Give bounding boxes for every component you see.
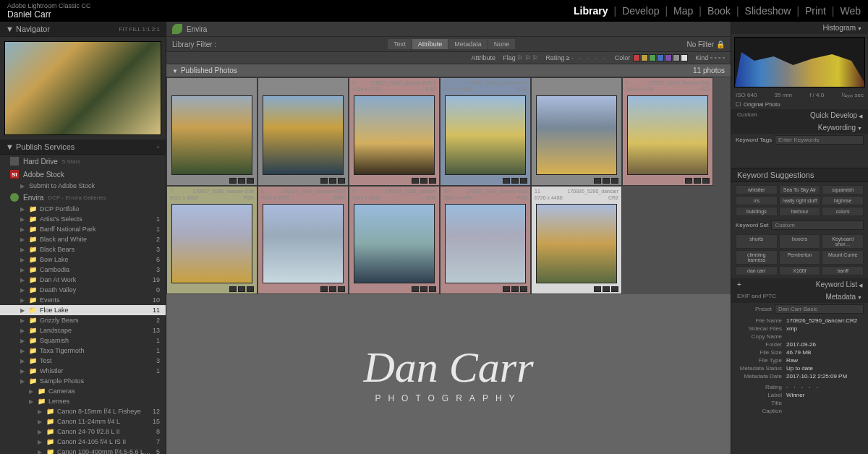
photo-cell[interactable]: 5170927_6322_dancarr-Edit6593 x 4395PSD — [531, 77, 622, 186]
photo-cell[interactable]: 7170927_5588_dancarr-Edit6311 x 4207PSD — [166, 186, 258, 294]
thumbnail[interactable] — [536, 204, 617, 283]
color-swatch[interactable] — [657, 54, 664, 61]
tree-item[interactable]: ▶📁Cameras — [0, 386, 166, 396]
module-library[interactable]: Library — [574, 5, 608, 17]
thumbnail[interactable] — [627, 95, 708, 175]
tree-item[interactable]: ▶📁Sample Photos — [0, 376, 166, 386]
color-swatch[interactable] — [633, 54, 640, 61]
tree-item[interactable]: ▶📁Canon 24-70 f/2.8 L II8 — [0, 427, 166, 437]
module-web[interactable]: Web — [840, 5, 861, 17]
keyword-cell[interactable]: dan carr — [736, 266, 778, 275]
flag-picker[interactable]: ⚐ ⚐ ⚐ — [517, 54, 538, 61]
filter-tab-attribute[interactable]: Attribute — [412, 39, 448, 49]
grid-section-header[interactable]: Published Photos 11 photos — [166, 64, 731, 77]
tree-item[interactable]: ▶📁Canon 8-15mm f/4 L Fisheye12 — [0, 406, 166, 416]
tree-item[interactable]: ▶📁DCP Portfolio — [0, 204, 166, 214]
publish-header[interactable]: ▼ Publish Services + — [0, 140, 166, 155]
tree-item[interactable]: ▶📁Canon 24-105 f/4 L IS II7 — [0, 437, 166, 447]
navigator-preview[interactable] — [4, 41, 161, 135]
no-filter-preset[interactable]: No Filter — [686, 40, 714, 48]
metadata-rating[interactable]: · · · · · — [786, 384, 864, 390]
tree-item[interactable]: ▶📁Whistler1 — [0, 366, 166, 376]
module-slideshow[interactable]: Slideshow — [745, 5, 791, 17]
filter-tab-none[interactable]: None — [488, 39, 516, 49]
quick-develop-header[interactable]: CustomQuick Develop — [731, 109, 868, 121]
keyword-cell[interactable]: whistler — [736, 185, 778, 194]
kind-picker[interactable]: ▫ ▫ ▫ ▫ — [710, 54, 725, 61]
keyword-cell[interactable]: squamish — [822, 185, 864, 194]
keywording-header[interactable]: Keywording — [731, 121, 868, 134]
keyword-cell[interactable]: buildings — [736, 207, 778, 216]
photo-cell[interactable]: 11170926_5290_dancarr6720 x 4480CR2 — [531, 186, 622, 294]
photo-cell[interactable]: 3170927_6426_dancarr-Edit-24489 x 6720PS… — [349, 77, 440, 186]
original-photo-check[interactable]: Original Photo — [744, 101, 780, 108]
tree-item[interactable]: ▶📁Grizzly Bears2 — [0, 315, 166, 325]
tree-item[interactable]: ▶📁Canon 100-400mm f/4.5-5.6 L…5 — [0, 447, 166, 454]
thumbnail[interactable] — [171, 204, 252, 283]
photo-cell[interactable]: 4170927_6355_dancarr-Edit6720 x 4480PSD — [440, 77, 531, 186]
photo-cell[interactable]: 8170927_5400_dancarr-HDR6346 x 6519DNG — [258, 186, 349, 294]
color-swatch[interactable] — [641, 54, 648, 61]
publish-hard-drive[interactable]: Hard Drive 5 Stars — [0, 155, 166, 168]
navigator-header[interactable]: ▼ Navigator FIT FILL 1:1 2:1 — [0, 22, 166, 37]
thumbnail[interactable] — [263, 95, 344, 175]
photo-cell[interactable]: 1170927_6571_dancarr4020 x 6213CR2 — [166, 77, 258, 186]
tree-item[interactable]: ▶📁Floe Lake11 — [0, 305, 166, 315]
module-develop[interactable]: Develop — [622, 5, 659, 17]
keyword-cell[interactable]: highrise — [822, 196, 864, 205]
keyword-cell[interactable]: colors — [822, 207, 864, 216]
publish-adobe-stock[interactable]: St Adobe Stock — [0, 168, 166, 181]
navigator-modes[interactable]: FIT FILL 1:1 2:1 — [119, 26, 160, 33]
module-map[interactable]: Map — [673, 5, 693, 17]
keyword-cell[interactable]: climbing harness — [736, 250, 778, 265]
photo-cell[interactable]: 6170927_6294_dancarr-Edit6629 x 4419PSD — [622, 77, 713, 186]
tree-item[interactable]: ▶📁Events10 — [0, 295, 166, 305]
tree-item[interactable]: ▶📁Artist's Selects1 — [0, 214, 166, 224]
metadata-title[interactable] — [786, 400, 864, 406]
color-swatch[interactable] — [673, 54, 680, 61]
keyword-input[interactable]: Enter Keywords — [775, 135, 864, 145]
color-swatch[interactable] — [681, 54, 688, 61]
keyword-cell[interactable]: harbour — [779, 207, 821, 216]
keyword-cell[interactable]: shorts — [736, 234, 778, 249]
filter-tab-text[interactable]: Text — [388, 39, 412, 49]
photo-cell[interactable]: 10170927_5334_dancarr-Edit5887 x 4455PSD — [440, 186, 531, 294]
keyword-cell[interactable]: X100f — [779, 266, 821, 275]
histogram-header[interactable]: Histogram — [731, 22, 868, 34]
metadata-header[interactable]: EXIF and IPTCMetadata — [731, 291, 868, 303]
thumbnail[interactable] — [445, 95, 526, 175]
tree-item[interactable]: ▶📁Canon 11-24mm f/4 L15 — [0, 416, 166, 427]
keyword-cell[interactable]: rrs — [736, 196, 778, 205]
rating-picker[interactable]: · · · · · — [571, 54, 608, 61]
tree-item[interactable]: ▶📁Bow Lake6 — [0, 254, 166, 265]
thumbnail[interactable] — [263, 204, 344, 283]
lock-icon[interactable]: 🔒 — [716, 40, 725, 48]
tree-item[interactable]: ▶📁Banff National Park1 — [0, 224, 166, 234]
publish-envira[interactable]: Envira DCP - Envira Galleries — [0, 191, 166, 204]
thumbnail[interactable] — [445, 204, 526, 283]
color-swatch[interactable] — [649, 54, 656, 61]
module-book[interactable]: Book — [707, 5, 731, 17]
keyword-cell[interactable]: banff — [822, 266, 864, 275]
module-print[interactable]: Print — [805, 5, 826, 17]
breadcrumb[interactable]: Envira — [166, 22, 731, 37]
keyword-set-select[interactable]: Custom — [771, 220, 864, 230]
adobe-stock-sub[interactable]: ▶Submit to Adobe Stock — [0, 181, 166, 191]
photo-cell[interactable]: 9170927_5338_dancarr4422 x 6633CR2 — [349, 186, 440, 294]
metadata-preset[interactable]: Dan Carr Basic — [775, 304, 864, 314]
thumbnail[interactable] — [354, 204, 435, 283]
thumbnail[interactable] — [171, 95, 252, 175]
thumbnail[interactable] — [354, 95, 435, 175]
thumbnail[interactable] — [536, 95, 617, 175]
tree-item[interactable]: ▶📁Lenses — [0, 396, 166, 406]
metadata-label[interactable]: Winner — [786, 392, 864, 398]
metadata-caption[interactable] — [786, 408, 864, 414]
histogram[interactable] — [734, 37, 865, 87]
keyword-cell[interactable]: boxers — [779, 234, 821, 249]
tree-item[interactable]: ▶📁Landscape13 — [0, 325, 166, 335]
tree-item[interactable]: ▶📁Squamish1 — [0, 335, 166, 346]
keyword-cell[interactable]: Pemberton — [779, 250, 821, 265]
tree-item[interactable]: ▶📁Death Valley0 — [0, 285, 166, 295]
tree-item[interactable]: ▶📁Black Bears3 — [0, 244, 166, 254]
photo-cell[interactable]: 2170927_6476_dancarr6663 x 4442CR2 — [258, 77, 349, 186]
